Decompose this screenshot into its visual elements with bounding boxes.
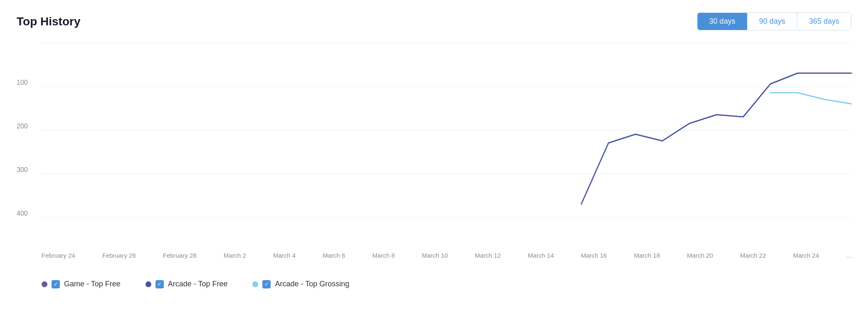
y-label-100: 100 bbox=[17, 79, 28, 86]
y-label-400: 400 bbox=[17, 210, 28, 217]
x-label-mar6: March 6 bbox=[323, 252, 345, 259]
y-label-300: 300 bbox=[17, 166, 28, 174]
time-filter-group: 30 days 90 days 365 days bbox=[697, 12, 851, 30]
page-title: Top History bbox=[17, 15, 80, 28]
legend-game-top-free: ✓ Game - Top Free bbox=[42, 280, 121, 288]
x-label-mar24: March 24 bbox=[793, 252, 819, 259]
x-label-feb24: February 24 bbox=[42, 252, 75, 259]
arcade-top-free-label: Arcade - Top Free bbox=[168, 280, 228, 288]
arcade-top-grossing-checkbox[interactable]: ✓ bbox=[262, 280, 271, 288]
filter-90days-button[interactable]: 90 days bbox=[747, 13, 797, 30]
x-axis: February 24 February 26 February 28 Marc… bbox=[42, 249, 851, 259]
filter-30days-button[interactable]: 30 days bbox=[698, 13, 747, 30]
chart-legend: ✓ Game - Top Free ✓ Arcade - Top Free ✓ … bbox=[17, 271, 851, 293]
x-label-mar22: March 22 bbox=[740, 252, 766, 259]
x-label-mar8: March 8 bbox=[372, 252, 395, 259]
game-top-free-checkbox[interactable]: ✓ bbox=[52, 280, 60, 288]
x-label-mar16: March 16 bbox=[581, 252, 607, 259]
legend-arcade-top-grossing: ✓ Arcade - Top Grossing bbox=[252, 280, 349, 288]
x-label-feb26: February 26 bbox=[102, 252, 136, 259]
x-label-feb28: February 28 bbox=[163, 252, 197, 259]
x-label-mar2: March 2 bbox=[224, 252, 246, 259]
arcade-top-grossing-label: Arcade - Top Grossing bbox=[275, 280, 349, 288]
game-top-free-dot bbox=[42, 281, 47, 287]
y-label-200: 200 bbox=[17, 123, 28, 130]
x-label-mar20: March 20 bbox=[687, 252, 713, 259]
arcade-top-free-checkbox[interactable]: ✓ bbox=[155, 280, 164, 288]
filter-365days-button[interactable]: 365 days bbox=[797, 13, 851, 30]
x-label-mar18: March 18 bbox=[634, 252, 660, 259]
arcade-top-grossing-line bbox=[770, 93, 851, 104]
x-label-mar14: March 14 bbox=[528, 252, 554, 259]
chart-container: 100 200 300 400 February 24 February 26 … bbox=[17, 43, 851, 259]
chart-svg bbox=[42, 43, 851, 217]
x-label-mar4: March 4 bbox=[273, 252, 296, 259]
arcade-top-free-line bbox=[581, 73, 851, 204]
page-header: Top History 30 days 90 days 365 days bbox=[17, 12, 851, 30]
arcade-top-grossing-dot bbox=[252, 281, 258, 287]
x-label-ellipsis: ... bbox=[846, 252, 851, 259]
x-label-mar10: March 10 bbox=[422, 252, 448, 259]
y-axis: 100 200 300 400 bbox=[17, 43, 32, 217]
arcade-top-free-dot bbox=[145, 281, 151, 287]
game-top-free-label: Game - Top Free bbox=[64, 280, 121, 288]
legend-arcade-top-free: ✓ Arcade - Top Free bbox=[145, 280, 228, 288]
x-label-mar12: March 12 bbox=[475, 252, 501, 259]
